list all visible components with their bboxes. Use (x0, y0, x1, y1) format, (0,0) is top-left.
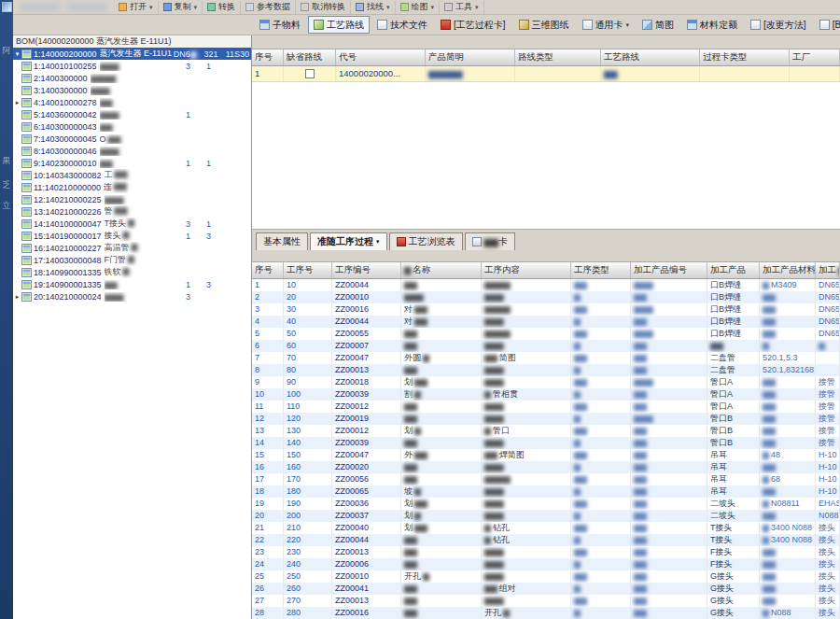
process-table-row[interactable]: 550ZZ00055▆▆▆▆▆▆▆▆▆▆▆口B焊缝▆▆DN65 (252, 328, 840, 340)
tree-item[interactable]: 17:140030000048F门管▆ (13, 254, 251, 266)
process-table-row[interactable]: 19190ZZ00036划▆▆▆▆▆▆▆▆▆二坡头▆N08811EHAS (252, 498, 840, 510)
process-table-row[interactable]: 21210ZZ00040划▆▆▆钻孔▆▆▆▆T接头▆3400 N088接头 (252, 522, 840, 534)
process-table-row[interactable]: 110ZZ00044▆▆▆▆▆▆▆▆▆▆▆口B焊缝▆M3409DN65 (252, 279, 840, 291)
tree-item[interactable]: 15:140190000017接头▆13 (13, 230, 251, 242)
tab-process-card-tab[interactable]: ▆▆卡 (465, 232, 515, 250)
process-table-row[interactable]: 11110ZZ00012▆▆▆▆▆▆▆▆▆管口A▆▆接管 (252, 401, 840, 413)
dock-tab[interactable]: 果 (3, 156, 11, 165)
copy-button[interactable]: 复制 (159, 1, 203, 14)
change-method-button[interactable]: [改更方法] (745, 16, 812, 34)
expand-arrow-icon[interactable]: ▸ (13, 99, 21, 106)
tree-item[interactable]: 18:140990001335铁软▆ (13, 266, 251, 278)
tree-item[interactable]: 19:140900001335▆▆13 (13, 278, 251, 290)
process-column-header-seq[interactable]: 序号 (252, 262, 284, 278)
tree-item[interactable]: 6:140300000043▆▆ (13, 120, 251, 133)
tab-op-process[interactable]: 准随工序过程 (310, 232, 387, 250)
process-table-row[interactable]: 24240ZZ00006▆▆▆▆▆▆▆▆F接头▆▆接头 (252, 558, 840, 570)
route-column-header-default-route[interactable]: 缺省路线 (284, 49, 336, 65)
tree-item[interactable]: 5:140360000042▆▆▆1 (13, 108, 251, 120)
process-table-row[interactable]: 990ZZ00018划▆▆▆▆▆▆▆▆▆▆管口A▆▆接管 (252, 376, 840, 388)
tree-item[interactable]: 11:140210000000连▆▆ (13, 181, 251, 193)
process-column-header-op-name[interactable]: ▆名称 (401, 262, 482, 278)
sketch-button[interactable]: 简图 (637, 16, 679, 34)
bom-tree-root-row[interactable]: ▾1:140000200000蒸汽发生器 E-11U1DN6▆32111S30 (13, 48, 251, 60)
process-table-row[interactable]: 10100ZZ00039割▆▆管相贯▆▆▆管口A▆▆接管 (252, 388, 840, 401)
process-table-row[interactable]: 770ZZ00047外圆▆▆▆简图▆▆▆▆二盘管520.1,5.3 (252, 352, 840, 364)
dock-tab[interactable]: 立 (3, 201, 11, 210)
process-route-button[interactable]: 工艺路线 (308, 16, 370, 34)
process-table-row[interactable]: 12120ZZ00019▆▆▆▆▆▆▆▆▆管口B▆▆接管 (252, 413, 840, 425)
process-table-row[interactable]: 27270ZZ00013▆▆▆▆▆▆▆▆▆G接头▆▆接头 (252, 595, 840, 607)
process-column-header-product-code[interactable]: 加工产品编号 (631, 262, 707, 278)
cancel-convert-button[interactable]: 取消转换 (296, 1, 351, 14)
process-table-row[interactable]: 15150ZZ00047外▆▆▆▆焊简图▆▆▆▆吊耳▆48H-10 (252, 449, 840, 461)
default-route-checkbox[interactable] (305, 69, 315, 78)
process-column-header-op-no[interactable]: 工序号 (284, 262, 332, 278)
process-table-row[interactable]: 18180ZZ00065坡▆▆▆▆▆▆▆吊耳▆▆H-10 (252, 485, 840, 498)
tab-process-browse[interactable]: 工艺浏览表 (389, 232, 463, 250)
bom-change-method-button[interactable]: [BOM改更方法] (814, 16, 840, 34)
process-table-row[interactable]: 220ZZ00010▆▆▆▆▆▆▆▆▆口B焊缝▆▆DN65 (252, 291, 840, 303)
process-card-button[interactable]: [工艺过程卡] (435, 16, 511, 34)
tree-item[interactable]: 7:140300000045O▆▆ (13, 133, 251, 145)
route-column-header-product-brief[interactable]: 产品简明 (426, 49, 515, 65)
tools-button[interactable]: 工具 (440, 1, 484, 14)
dock-tab[interactable]: 阿 (3, 46, 11, 55)
process-column-header-product[interactable]: 加工产品 (707, 262, 760, 278)
tree-item[interactable]: 13:140210000226管▆▆ (13, 205, 251, 218)
process-table-row[interactable]: 16160ZZ00020▆▆▆▆▆▆▆▆吊耳▆▆H-10 (252, 461, 840, 473)
process-table-row[interactable]: 660ZZ00007▆▆▆▆▆▆▆▆▆▆▆▆ (252, 340, 840, 352)
route-column-header-card-type[interactable]: 过程卡类型 (700, 49, 790, 65)
expand-arrow-icon[interactable]: ▾ (13, 50, 21, 58)
route-column-header-route-type[interactable]: 路线类型 (515, 49, 601, 65)
process-column-header-extra[interactable]: 加工▆ (816, 262, 840, 278)
tree-item[interactable]: 16:140210000227高温管▆ (13, 242, 251, 254)
tree-item[interactable]: 1:140010100255▆▆▆31 (13, 60, 251, 72)
process-table-row[interactable]: 440ZZ00044对▆▆▆▆▆▆▆▆口B焊缝▆▆DN65 (252, 316, 840, 328)
material-quota-button[interactable]: 材料定额 (681, 16, 743, 34)
process-column-header-op-content[interactable]: 工序内容 (482, 262, 571, 278)
tree-item[interactable]: 14:140100000047T接头▆31 (13, 218, 251, 230)
process-table-row[interactable]: 20200ZZ00037划▆▆▆▆▆▆▆二坡头▆▆N08811 (252, 510, 840, 522)
dock-app-icon[interactable] (2, 2, 12, 12)
find-route-button[interactable]: 找线 (351, 1, 396, 14)
process-column-header-op-type[interactable]: 工序类型 (571, 262, 631, 278)
route-column-header-seq[interactable]: 序号 (252, 49, 284, 65)
process-table-row[interactable]: 23230ZZ00013▆▆▆▆▆▆▆▆▆F接头▆▆接头 (252, 546, 840, 558)
tree-item[interactable]: ▸4:140010000278▆▆ (13, 96, 251, 108)
route-table-row[interactable]: 114000020000...▆▆▆▆▆▆▆ (252, 66, 840, 82)
process-table-row[interactable]: 25250ZZ00010开孔▆▆▆▆▆▆▆▆G接头▆▆接头 (252, 570, 840, 583)
tree-item[interactable]: 9:140230000010▆▆11 (13, 157, 251, 169)
sub-material-button[interactable]: 子物料 (254, 16, 306, 34)
process-column-header-material[interactable]: 加工产品材料 (760, 262, 816, 278)
process-table-row[interactable]: 13130ZZ00012划▆▆管口▆▆▆▆管口B▆▆接管 (252, 425, 840, 437)
expand-arrow-icon[interactable]: ▸ (13, 293, 21, 301)
process-table-row[interactable]: 14140ZZ00039▆▆▆▆▆▆▆▆管口B▆▆接管 (252, 437, 840, 449)
tree-item[interactable]: 12:140210000225▆▆▆ (13, 193, 251, 205)
draw-button[interactable]: 绘图 (396, 1, 441, 14)
blurred-text: ▆▆▆ (484, 510, 504, 522)
convert-button[interactable]: 转换 (203, 1, 241, 14)
general-card-button[interactable]: 通用卡 (577, 16, 636, 34)
process-table-row[interactable]: 22220ZZ00044▆▆▆钻孔▆▆▆T接头▆3400 N088接头 (252, 534, 840, 546)
route-column-header-factory[interactable]: 工厂 (790, 49, 840, 65)
tree-item[interactable]: 3:1400300000▆▆▆ (13, 84, 251, 96)
tab-basic-props[interactable]: 基本属性 (256, 232, 308, 250)
route-column-header-process-route[interactable]: 工艺路线 (601, 49, 700, 65)
tree-item[interactable]: ▸20:140210000024▆▆▆3 (13, 290, 251, 302)
process-table-row[interactable]: 26260ZZ00041▆▆▆▆组对▆▆▆G接头▆▆接头 (252, 583, 840, 595)
tree-item[interactable]: 2:1400300000▆▆▆▆ (13, 72, 251, 84)
process-column-header-op-code[interactable]: 工序编号 (332, 262, 401, 278)
tree-item[interactable]: 8:140300000046▆▆▆ (13, 145, 251, 157)
open-button[interactable]: 打开 (114, 1, 159, 14)
reference-data-button[interactable]: 参考数据 (241, 1, 296, 14)
process-table-row[interactable]: 17170ZZ00056▆▆▆▆▆▆▆▆▆▆吊耳▆68H-10 (252, 473, 840, 485)
process-table-row[interactable]: 28280ZZ00016▆▆开孔▆▆▆▆G接头▆N088接头 (252, 607, 840, 619)
route-column-header-code[interactable]: 代号 (336, 49, 426, 65)
tree-item[interactable]: 10:140343000082工▆▆ (13, 169, 251, 181)
process-table-row[interactable]: 330ZZ00016对▆▆▆▆▆▆▆▆▆▆▆口B焊缝▆▆DN65 (252, 303, 840, 316)
process-table-row[interactable]: 880ZZ00013▆▆▆▆▆▆▆▆二盘管520.1,832168 (252, 364, 840, 376)
dock-tab[interactable]: 乏 (3, 180, 11, 190)
3d-drawing-button[interactable]: 三维图纸 (513, 16, 575, 34)
tech-files-button[interactable]: 技术文件 (371, 16, 433, 34)
